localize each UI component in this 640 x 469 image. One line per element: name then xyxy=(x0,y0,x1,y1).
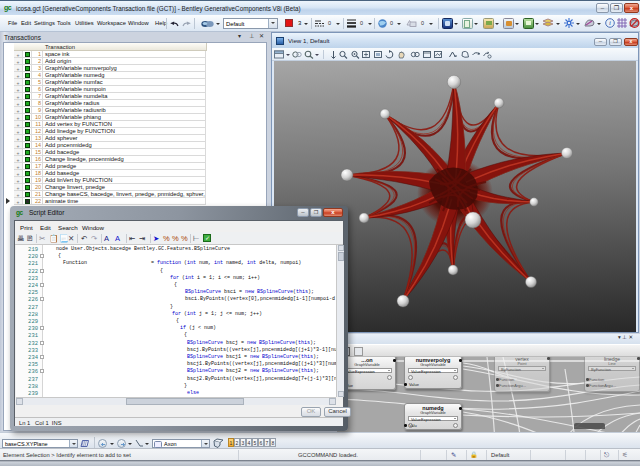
svg-text:i: i xyxy=(609,19,611,27)
